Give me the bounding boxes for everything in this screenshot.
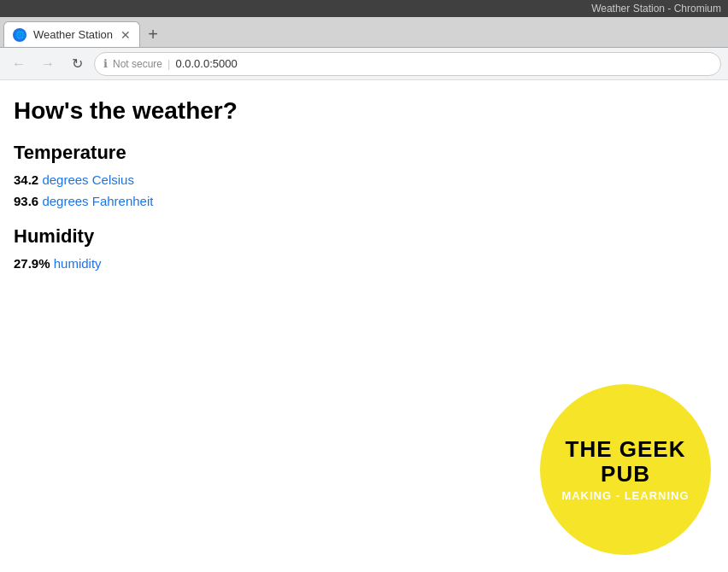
tab-close-button[interactable]: ✕ [120, 28, 131, 42]
humidity-heading: Humidity [14, 225, 714, 248]
active-tab[interactable]: 🌐 Weather Station ✕ [3, 21, 140, 47]
forward-button[interactable]: → [36, 52, 60, 76]
tab-favicon: 🌐 [13, 28, 26, 42]
page-heading: How's the weather? [14, 97, 714, 125]
fahrenheit-unit: degrees Fahrenheit [42, 194, 153, 208]
info-icon: ℹ [103, 57, 108, 70]
address-bar[interactable]: ℹ Not secure | 0.0.0.0:5000 [94, 52, 721, 76]
humidity-reading: 27.9% humidity [14, 256, 714, 271]
new-tab-button[interactable]: + [140, 21, 166, 47]
humidity-number: 27.9% [14, 256, 50, 271]
tab-bar: 🌐 Weather Station ✕ + [0, 17, 728, 48]
geek-pub-logo: THE GEEK PUB MAKING - LEARNING [540, 384, 711, 555]
celsius-unit: degrees Celsius [42, 172, 134, 187]
humidity-section: Humidity 27.9% humidity [14, 225, 714, 271]
url-text: 0.0.0.0:5000 [175, 57, 237, 70]
fahrenheit-number: 93.6 [14, 194, 38, 208]
separator: | [167, 57, 170, 70]
humidity-unit: humidity [54, 256, 102, 271]
geek-pub-main-text: THE GEEK PUB [540, 437, 711, 486]
forward-icon: → [41, 56, 55, 72]
back-button[interactable]: ← [7, 52, 31, 76]
celsius-value: 34.2 degrees Celsius [14, 172, 714, 187]
geek-pub-sub-text: MAKING - LEARNING [561, 489, 689, 502]
reload-icon: ↻ [72, 55, 83, 72]
page-content: How's the weather? Temperature 34.2 degr… [0, 80, 728, 572]
title-bar: Weather Station - Chromium [0, 0, 728, 17]
temperature-heading: Temperature [14, 142, 714, 164]
celsius-number: 34.2 [14, 172, 38, 187]
tab-label: Weather Station [33, 28, 113, 41]
fahrenheit-value: 93.6 degrees Fahrenheit [14, 194, 714, 208]
window-title: Weather Station - Chromium [591, 3, 721, 15]
nav-bar: ← → ↻ ℹ Not secure | 0.0.0.0:5000 [0, 48, 728, 80]
not-secure-label: Not secure [113, 58, 162, 70]
reload-button[interactable]: ↻ [65, 52, 89, 76]
back-icon: ← [12, 56, 26, 72]
